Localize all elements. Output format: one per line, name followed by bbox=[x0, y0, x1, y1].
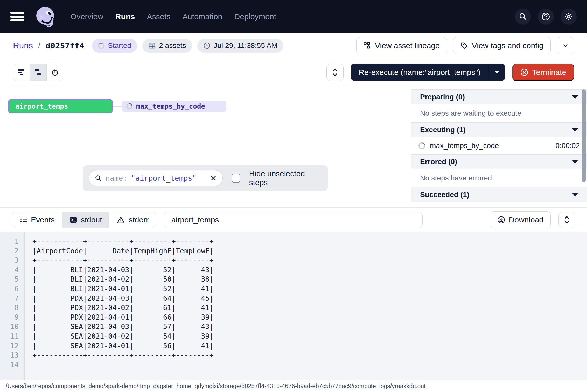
stopwatch-icon bbox=[51, 68, 59, 76]
executing-step-row[interactable]: max_temps_by_code 0:00:02 bbox=[411, 137, 587, 154]
help-icon[interactable] bbox=[538, 9, 554, 25]
run-header: Runs / d0257ff4 Started 2 assets Jul 29,… bbox=[0, 33, 587, 58]
log-step-input[interactable]: airport_temps bbox=[164, 212, 423, 228]
log-line: | SEA|2021-04-01| 56| 41| bbox=[32, 341, 214, 351]
expand-log-button[interactable] bbox=[558, 212, 575, 228]
log-line-number: 13 bbox=[0, 351, 19, 360]
reexecute-label: Re-execute (name:"airport_temps") bbox=[351, 68, 488, 77]
section-succeeded-header[interactable]: Succeeded (1) bbox=[411, 187, 587, 202]
hide-unselected-checkbox[interactable] bbox=[232, 174, 240, 183]
log-line: |AirportCode| Date|TempHighF|TempLowF| bbox=[32, 246, 214, 256]
reexecute-button[interactable]: Re-execute (name:"airport_temps") bbox=[351, 64, 505, 81]
status-spinner-icon bbox=[98, 43, 104, 49]
download-button[interactable]: Download bbox=[490, 211, 551, 228]
gantt-graph-region: airport_temps max_temps_by_code name:"ai… bbox=[0, 86, 411, 207]
step-node-max-temps-by-code[interactable]: max_temps_by_code bbox=[122, 101, 226, 112]
assets-count-badge[interactable]: 2 assets bbox=[142, 39, 192, 53]
settings-gear-icon[interactable] bbox=[561, 9, 577, 25]
graph-edge bbox=[113, 106, 122, 107]
executing-spinner-icon bbox=[125, 102, 134, 111]
timestamp-badge: Jul 29, 11:38:55 AM bbox=[197, 39, 283, 53]
executing-step-name: max_temps_by_code bbox=[430, 142, 499, 150]
terminate-button[interactable]: Terminate bbox=[512, 64, 574, 81]
breadcrumb-separator: / bbox=[38, 41, 40, 50]
section-errored-header[interactable]: Errored (0) bbox=[411, 154, 587, 169]
log-line: | SEA|2021-04-02| 54| 39| bbox=[32, 332, 214, 341]
run-status-badge[interactable]: Started bbox=[92, 39, 137, 53]
reexecute-dropdown-button[interactable] bbox=[488, 71, 505, 74]
view-tags-config-button[interactable]: View tags and config bbox=[453, 37, 551, 54]
lineage-icon bbox=[364, 42, 371, 50]
log-line-number: 8 bbox=[0, 303, 19, 313]
search-icon[interactable] bbox=[515, 9, 531, 25]
breadcrumb-runs-link[interactable]: Runs bbox=[13, 41, 33, 51]
nav-right-actions bbox=[515, 9, 577, 25]
run-main-area: airport_temps max_temps_by_code name:"ai… bbox=[0, 86, 587, 207]
collapse-triangle-icon bbox=[572, 128, 578, 132]
more-actions-chevron-button[interactable] bbox=[557, 37, 574, 54]
log-file-path: /Users/ben/repos/components_demo/spark-d… bbox=[6, 383, 426, 390]
log-tabs: Events stdout stderr bbox=[12, 212, 156, 228]
list-icon bbox=[19, 216, 27, 223]
run-id: d0257ff4 bbox=[46, 41, 84, 50]
log-line-number: 12 bbox=[0, 341, 19, 351]
log-line-number: 5 bbox=[0, 275, 19, 284]
step-node-airport-temps[interactable]: airport_temps bbox=[8, 99, 113, 113]
nav-item-assets[interactable]: Assets bbox=[147, 12, 170, 21]
log-line-number: 1 bbox=[0, 237, 19, 246]
log-line bbox=[32, 360, 214, 370]
expand-collapse-button[interactable] bbox=[326, 64, 344, 81]
panel-scrollbar[interactable] bbox=[582, 89, 586, 182]
unfold-more-icon bbox=[331, 68, 339, 77]
caret-down-icon bbox=[494, 71, 499, 74]
log-line-number: 4 bbox=[0, 265, 19, 275]
view-asset-lineage-button[interactable]: View asset lineage bbox=[356, 37, 447, 54]
tab-stderr[interactable]: stderr bbox=[109, 212, 156, 228]
collapse-triangle-icon bbox=[572, 160, 578, 164]
terminal-icon bbox=[69, 216, 77, 223]
nav-item-overview[interactable]: Overview bbox=[71, 12, 103, 21]
run-toolbar: Re-execute (name:"airport_temps") Termin… bbox=[0, 58, 587, 86]
log-line-number: 11 bbox=[0, 332, 19, 341]
primary-nav: Overview Runs Assets Automation Deployme… bbox=[71, 12, 276, 21]
clock-icon bbox=[203, 42, 211, 49]
step-filter-input[interactable]: name:"airport_temps" ✕ bbox=[89, 170, 223, 186]
clear-filter-icon[interactable]: ✕ bbox=[210, 174, 217, 183]
view-flat-gantt-button[interactable] bbox=[13, 64, 30, 81]
log-line-number: 10 bbox=[0, 322, 19, 332]
stdout-log-viewer[interactable]: 1234567891011121314 +-----------+-------… bbox=[0, 232, 587, 380]
flat-gantt-icon bbox=[17, 68, 26, 76]
nav-item-runs[interactable]: Runs bbox=[115, 12, 135, 21]
section-executing-header[interactable]: Executing (1) bbox=[411, 122, 587, 137]
tab-events[interactable]: Events bbox=[12, 212, 62, 228]
section-preparing-empty: No steps are waiting to execute bbox=[411, 104, 587, 122]
view-waterfall-gantt-button[interactable] bbox=[30, 64, 46, 81]
filter-query-value: "airport_temps" bbox=[131, 174, 197, 183]
log-line: | PDX|2021-04-02| 61| 41| bbox=[32, 303, 214, 313]
unfold-more-icon bbox=[563, 215, 570, 224]
nav-item-deployment[interactable]: Deployment bbox=[234, 12, 276, 21]
step-filter-bar: name:"airport_temps" ✕ Hide unselected s… bbox=[83, 165, 328, 191]
log-line-number: 14 bbox=[0, 360, 19, 370]
menu-icon[interactable] bbox=[10, 11, 24, 22]
waterfall-gantt-icon bbox=[34, 68, 43, 76]
nav-item-automation[interactable]: Automation bbox=[183, 12, 222, 21]
collapse-triangle-icon bbox=[572, 95, 578, 99]
view-timing-button[interactable] bbox=[46, 64, 63, 81]
run-header-actions: View asset lineage View tags and config bbox=[356, 37, 574, 54]
collapse-triangle-icon bbox=[572, 193, 578, 197]
log-toolbar: Events stdout stderr airport_temps Downl… bbox=[0, 207, 587, 232]
log-line-number: 2 bbox=[0, 246, 19, 256]
log-file-path-bar: /Users/ben/repos/components_demo/spark-d… bbox=[0, 380, 587, 392]
dagster-logo-icon[interactable] bbox=[33, 4, 58, 29]
log-line-number: 3 bbox=[0, 256, 19, 265]
section-preparing-header[interactable]: Preparing (0) bbox=[411, 89, 587, 104]
log-gutter: 1234567891011121314 bbox=[0, 232, 25, 380]
warning-icon bbox=[117, 216, 125, 224]
executing-spinner-icon bbox=[417, 141, 427, 151]
tag-icon bbox=[460, 42, 468, 50]
log-line-number: 9 bbox=[0, 313, 19, 322]
tab-stdout[interactable]: stdout bbox=[62, 212, 109, 228]
log-content: +-----------+----------+---------+------… bbox=[25, 232, 214, 380]
executing-step-elapsed: 0:00:02 bbox=[556, 142, 580, 150]
